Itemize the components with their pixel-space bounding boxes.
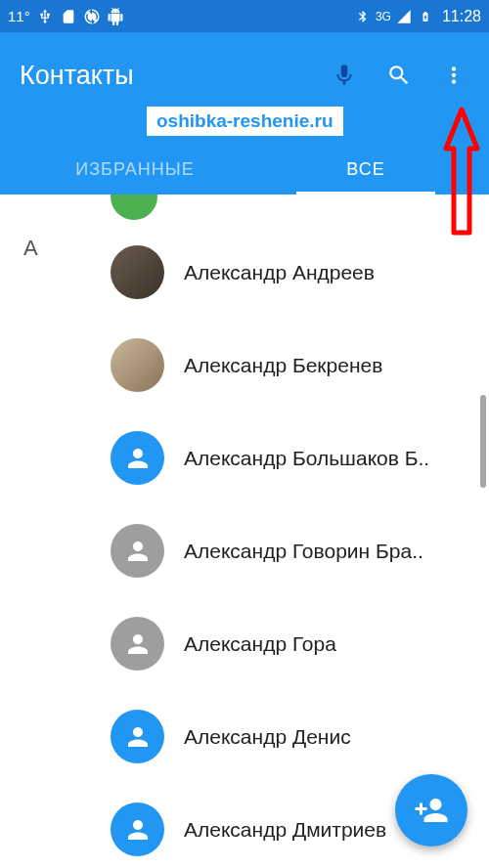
contact-name: Александр Говорин Бра..: [184, 540, 423, 563]
contact-name: Александр Гора: [184, 632, 336, 656]
contact-name: Александр Дмитриев: [184, 818, 386, 842]
status-bar: 11° 3G 11:28: [0, 0, 489, 32]
app-bar-row: Контакты: [20, 48, 481, 103]
network-type: 3G: [376, 10, 391, 23]
page-title: Контакты: [20, 61, 331, 91]
section-letter: А: [23, 236, 38, 261]
avatar: [111, 710, 164, 763]
contact-item[interactable]: Александр Говорин Бра..: [0, 504, 489, 597]
avatar: [111, 338, 164, 392]
avatar: [111, 617, 164, 671]
contact-list: Александр Андреев Александр Бекренев Але…: [0, 195, 489, 868]
mic-icon[interactable]: [331, 62, 358, 89]
app-bar-actions: [331, 62, 467, 89]
watermark: oshibka-reshenie.ru: [147, 107, 343, 136]
contact-item[interactable]: Александр Денис: [0, 690, 489, 783]
contact-name: Александр Андреев: [184, 261, 375, 284]
avatar: [111, 524, 164, 578]
scrollbar[interactable]: [480, 395, 486, 488]
contact-item[interactable]: Александр Андреев: [0, 226, 489, 319]
signal-icon: [395, 8, 413, 25]
app-bar: Контакты oshibka-reshenie.ru ИЗБРАННЫЕ В…: [0, 32, 489, 195]
contact-item[interactable]: Александр Бекренев: [0, 319, 489, 412]
contact-item[interactable]: Александр Большаков Б..: [0, 412, 489, 504]
add-contact-fab[interactable]: [395, 774, 467, 846]
avatar: [111, 245, 164, 299]
usb-icon: [36, 8, 54, 25]
sim-icon: [60, 8, 77, 25]
avatar: [111, 803, 164, 856]
contact-name: Александр Бекренев: [184, 354, 382, 377]
contact-item[interactable]: Александр Гора: [0, 597, 489, 690]
contact-name: Александр Большаков Б..: [184, 447, 429, 470]
bluetooth-icon: [354, 8, 372, 25]
avatar: [111, 431, 164, 485]
content-area: А Александр Андреев Александр Бекренев А…: [0, 195, 489, 868]
android-icon: [107, 8, 124, 25]
sync-icon: [83, 8, 101, 25]
battery-charging-icon: [417, 8, 434, 25]
tab-favorites[interactable]: ИЗБРАННЫЕ: [20, 144, 250, 195]
clock: 11:28: [442, 8, 481, 25]
temperature: 11°: [8, 8, 30, 24]
tab-all[interactable]: ВСЕ: [250, 144, 481, 195]
tabs: ИЗБРАННЫЕ ВСЕ: [20, 144, 481, 195]
status-left: 11°: [8, 8, 124, 25]
status-right: 3G 11:28: [354, 8, 481, 25]
contact-name: Александр Денис: [184, 725, 351, 749]
more-icon[interactable]: [440, 62, 467, 89]
search-icon[interactable]: [385, 62, 413, 89]
